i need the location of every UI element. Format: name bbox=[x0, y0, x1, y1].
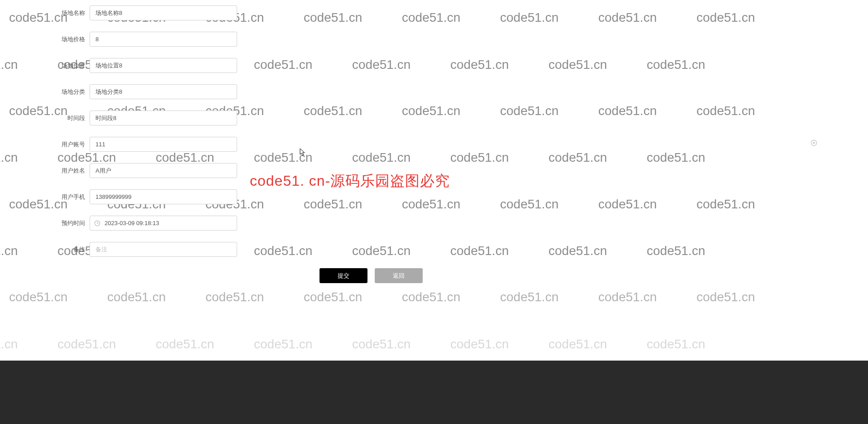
label-venue-category: 场地分类 bbox=[0, 88, 90, 96]
row-venue-location: 场地位置 bbox=[0, 58, 868, 73]
row-remark: 备注 bbox=[0, 242, 868, 257]
row-user-account: 用户账号 bbox=[0, 137, 868, 152]
input-venue-price[interactable] bbox=[90, 32, 237, 47]
watermark-text: code51.cn bbox=[647, 337, 705, 352]
row-time-slot: 时间段 bbox=[0, 111, 868, 125]
row-user-phone: 用户手机 bbox=[0, 189, 868, 204]
clock-icon bbox=[94, 220, 100, 226]
label-reserve-time: 预约时间 bbox=[0, 219, 90, 227]
watermark-text: code51.cn bbox=[696, 290, 755, 304]
input-reserve-time[interactable] bbox=[90, 216, 237, 231]
row-venue-name: 场地名称 bbox=[0, 5, 868, 20]
input-venue-category[interactable] bbox=[90, 84, 237, 99]
back-button[interactable]: 返回 bbox=[375, 268, 423, 283]
input-venue-name[interactable] bbox=[90, 5, 237, 20]
button-row: 提交 返回 bbox=[0, 268, 742, 283]
row-reserve-time: 预约时间 bbox=[0, 216, 868, 231]
label-user-phone: 用户手机 bbox=[0, 193, 90, 201]
watermark-text: code51.cn bbox=[402, 290, 460, 304]
input-user-phone[interactable] bbox=[90, 189, 237, 204]
label-user-account: 用户账号 bbox=[0, 140, 90, 149]
watermark-text: code51.cn bbox=[598, 290, 657, 304]
watermark-text: code51.cn bbox=[304, 290, 362, 304]
label-user-name: 用户姓名 bbox=[0, 167, 90, 175]
watermark-text: code51.cn bbox=[205, 290, 264, 304]
watermark-text: code51.cn bbox=[9, 290, 67, 304]
watermark-text: code51.cn bbox=[450, 337, 509, 352]
watermark-text: code51.cn bbox=[107, 290, 166, 304]
label-remark: 备注 bbox=[0, 246, 90, 254]
input-user-name[interactable] bbox=[90, 163, 237, 178]
form-container: 场地名称 场地价格 场地位置 场地分类 时间段 用户账号 用户姓名 用户手机 预… bbox=[0, 0, 868, 283]
input-venue-location[interactable] bbox=[90, 58, 237, 73]
watermark-text: code51.cn bbox=[156, 337, 214, 352]
input-user-account[interactable] bbox=[90, 137, 237, 152]
watermark-text: code51.cn bbox=[254, 337, 312, 352]
submit-button[interactable]: 提交 bbox=[320, 268, 367, 283]
row-venue-category: 场地分类 bbox=[0, 84, 868, 99]
watermark-text: code51.cn bbox=[57, 337, 116, 352]
label-venue-name: 场地名称 bbox=[0, 9, 90, 17]
label-time-slot: 时间段 bbox=[0, 114, 90, 122]
label-venue-price: 场地价格 bbox=[0, 35, 90, 43]
watermark-text: code51.cn bbox=[0, 337, 18, 352]
row-venue-price: 场地价格 bbox=[0, 32, 868, 47]
page-footer bbox=[0, 361, 868, 424]
watermark-text: code51.cn bbox=[500, 290, 558, 304]
label-venue-location: 场地位置 bbox=[0, 62, 90, 70]
input-time-slot[interactable] bbox=[90, 111, 237, 125]
watermark-text: code51.cn bbox=[352, 337, 410, 352]
input-remark[interactable] bbox=[90, 242, 237, 257]
row-user-name: 用户姓名 bbox=[0, 163, 868, 178]
watermark-text: code51.cn bbox=[548, 337, 607, 352]
